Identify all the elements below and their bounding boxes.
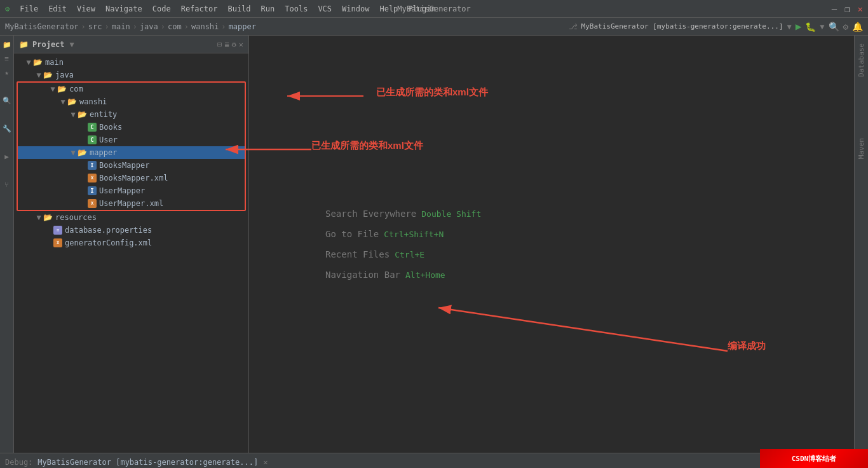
more-run-btn[interactable]: ▼ bbox=[820, 22, 824, 31]
app-icon: ⚙ bbox=[5, 4, 10, 13]
close-button[interactable]: ✕ bbox=[858, 4, 863, 14]
bc-com[interactable]: com bbox=[168, 22, 182, 31]
welcome-content: Search Everywhere Double Shift Go to Fil… bbox=[249, 36, 854, 453]
tree-item-usermapper[interactable]: I UserMapper bbox=[18, 184, 245, 197]
structure-panel-icon[interactable] bbox=[1, 231, 13, 244]
menu-edit[interactable]: Edit bbox=[48, 4, 67, 13]
notifications-icon[interactable]: 🔔 bbox=[852, 22, 863, 32]
search-everywhere-icon[interactable]: 🔍 bbox=[829, 22, 839, 32]
menu-tools[interactable]: Tools bbox=[285, 4, 308, 13]
welcome-recent: Recent Files Ctrl+E bbox=[325, 249, 424, 259]
minimize-button[interactable]: — bbox=[832, 4, 837, 14]
tree-item-mapper[interactable]: ▼ 📂 mapper bbox=[18, 146, 245, 159]
bc-src[interactable]: src bbox=[88, 22, 102, 31]
user-class-icon: C bbox=[88, 135, 97, 144]
debug-btn[interactable]: 🐛 bbox=[805, 22, 816, 32]
menu-refactor[interactable]: Refactor bbox=[181, 4, 218, 13]
folder-wanshi-icon: 📂 bbox=[67, 97, 77, 106]
tree-label-books: Books bbox=[99, 123, 122, 132]
welcome-goto: Go to File Ctrl+Shift+N bbox=[325, 229, 444, 239]
arrow-mapper: ▼ bbox=[69, 148, 78, 157]
find-icon[interactable]: 🔍 bbox=[1, 94, 13, 107]
structure-icon-left[interactable]: ≡ bbox=[1, 52, 13, 65]
bc-mapper[interactable]: mapper bbox=[229, 22, 256, 31]
tree-label-com: com bbox=[69, 85, 83, 93]
highlighted-section: ▼ 📂 com ▼ 📂 wanshi bbox=[17, 81, 246, 211]
project-dropdown[interactable]: ▼ bbox=[70, 40, 74, 49]
expand-all-icon[interactable]: ≣ bbox=[224, 40, 229, 49]
arrow-main: ▼ bbox=[24, 58, 33, 67]
project-fold-icon[interactable]: 📁 bbox=[19, 40, 29, 49]
bc-wanshi[interactable]: wanshi bbox=[191, 22, 219, 31]
collapse-all-icon[interactable]: ⊟ bbox=[217, 40, 222, 49]
right-tab-maven[interactable]: Maven bbox=[855, 133, 868, 164]
bc-main[interactable]: main bbox=[112, 22, 130, 31]
breadcrumb-bar: MyBatisGenerator › src › main › java › c… bbox=[0, 18, 868, 36]
tree-item-booksmapper[interactable]: I BooksMapper bbox=[18, 159, 245, 172]
tree-item-entity[interactable]: ▼ 📂 entity bbox=[18, 108, 245, 121]
gear-project-icon[interactable]: ⚙ bbox=[232, 40, 236, 49]
arrow-entity: ▼ bbox=[69, 110, 78, 119]
arrow-wanshi: ▼ bbox=[58, 97, 67, 106]
debug-label: Debug: bbox=[5, 458, 32, 467]
goto-shortcut: Ctrl+Shift+N bbox=[384, 230, 444, 239]
menu-bar: ⚙ File Edit View Navigate Code Refactor … bbox=[5, 4, 436, 13]
booksmapper-interface-icon: I bbox=[88, 161, 97, 170]
tree-label-wanshi: wanshi bbox=[79, 97, 107, 106]
menu-build[interactable]: Build bbox=[227, 4, 250, 13]
menu-view[interactable]: View bbox=[77, 4, 95, 13]
folder-entity-icon: 📂 bbox=[78, 110, 87, 119]
tree-item-generatorconfig[interactable]: X generatorConfig.xml bbox=[14, 237, 248, 249]
breadcrumb-tools: ⎇ MyBatisGenerator [mybatis-generator:ge… bbox=[569, 20, 863, 32]
tool-icon[interactable]: 🔧 bbox=[1, 122, 13, 135]
arrow-java: ▼ bbox=[34, 71, 43, 79]
tree-item-main[interactable]: ▼ 📂 main bbox=[14, 56, 248, 69]
menu-file[interactable]: File bbox=[20, 4, 38, 13]
tree-item-dbprops[interactable]: ≡ database.properties bbox=[14, 224, 248, 237]
win-controls: — ❐ ✕ bbox=[832, 4, 863, 14]
tree-item-user[interactable]: C User bbox=[18, 134, 245, 146]
folder-java-icon: 📂 bbox=[43, 71, 53, 79]
right-sidebar: Database Maven bbox=[854, 36, 868, 453]
run-icon-left[interactable]: ▶ bbox=[1, 150, 13, 163]
arrow-resources: ▼ bbox=[34, 213, 43, 222]
generatorconfig-icon: X bbox=[53, 238, 62, 247]
menu-help[interactable]: Help bbox=[379, 4, 398, 13]
menu-code[interactable]: Code bbox=[153, 4, 171, 13]
settings-icon[interactable]: ⚙ bbox=[843, 22, 848, 32]
tree-item-com[interactable]: ▼ 📂 com bbox=[18, 83, 245, 95]
run-green-btn[interactable]: ▶ bbox=[796, 20, 802, 32]
maximize-button[interactable]: ❐ bbox=[844, 4, 850, 14]
navbar-label: Navigation Bar bbox=[325, 270, 400, 280]
tree-item-booksmapperxml[interactable]: X BooksMapper.xml bbox=[18, 172, 245, 184]
tree-label-main: main bbox=[45, 58, 64, 67]
debug-close-tab[interactable]: ✕ bbox=[263, 458, 268, 467]
menu-window[interactable]: Window bbox=[342, 4, 369, 13]
project-tree: ▼ 📂 main ▼ 📂 java ▼ 📂 bbox=[14, 53, 248, 453]
tree-label-generatorconfig: generatorConfig.xml bbox=[65, 238, 152, 247]
tree-label-booksmapper: BooksMapper bbox=[99, 161, 149, 170]
tree-item-java[interactable]: ▼ 📂 java bbox=[14, 69, 248, 81]
bc-project[interactable]: MyBatisGenerator bbox=[5, 22, 79, 31]
menu-run[interactable]: Run bbox=[261, 4, 275, 13]
tree-label-entity: entity bbox=[90, 110, 117, 119]
tree-item-books[interactable]: C Books bbox=[18, 121, 245, 134]
vcs-icon[interactable]: ⎇ bbox=[569, 22, 578, 31]
recent-shortcut: Ctrl+E bbox=[395, 250, 424, 259]
menu-vcs[interactable]: VCS bbox=[318, 4, 332, 13]
run-config-dropdown[interactable]: ▼ bbox=[787, 22, 791, 31]
right-tab-database[interactable]: Database bbox=[855, 38, 868, 82]
menu-navigate[interactable]: Navigate bbox=[105, 4, 142, 13]
close-project-icon[interactable]: ✕ bbox=[239, 40, 243, 49]
git-icon[interactable]: ⑂ bbox=[1, 178, 13, 191]
welcome-navbar: Navigation Bar Alt+Home bbox=[325, 270, 445, 280]
bc-java[interactable]: java bbox=[140, 22, 158, 31]
project-header: 📁 Project ▼ ⊟ ≣ ⚙ ✕ bbox=[14, 36, 248, 53]
tree-label-resources: resources bbox=[55, 213, 97, 222]
tree-item-wanshi[interactable]: ▼ 📂 wanshi bbox=[18, 95, 245, 108]
bookmarks-icon[interactable]: ★ bbox=[1, 66, 13, 79]
tree-item-usermapperxml[interactable]: X UserMapper.xml bbox=[18, 197, 245, 210]
left-icon-panel: 📁 ≡ ★ 🔍 🔧 ▶ ⑂ bbox=[0, 36, 14, 453]
project-icon[interactable]: 📁 bbox=[1, 38, 13, 51]
tree-item-resources[interactable]: ▼ 📂 resources bbox=[14, 211, 248, 224]
